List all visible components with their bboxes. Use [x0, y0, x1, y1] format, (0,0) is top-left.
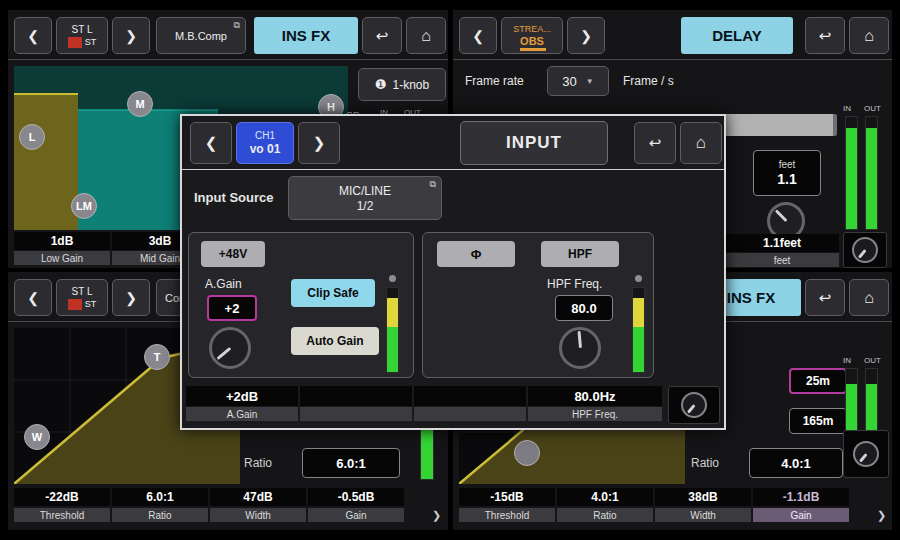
footer-label-cell: Threshold: [459, 508, 555, 522]
channel-select-button[interactable]: ST L ST: [56, 17, 108, 54]
back-button[interactable]: ↩: [805, 279, 845, 316]
phantom-48v-button[interactable]: +48V: [201, 241, 265, 267]
back-button[interactable]: ↩: [362, 17, 402, 54]
band-marker-lowmid[interactable]: LM: [71, 193, 97, 219]
next-channel-button[interactable]: ❯: [567, 17, 605, 54]
dropdown-arrow-icon: ▼: [586, 77, 594, 86]
home-button[interactable]: ⌂: [849, 279, 889, 316]
chevron-left-icon: ❮: [27, 290, 39, 306]
footer-value-cell[interactable]: -22dB: [14, 488, 110, 506]
touch-knob-icon: [853, 441, 879, 467]
delay-unit-label: feet: [779, 159, 796, 170]
footer-value-cell-gain[interactable]: -1.1dB: [753, 488, 849, 506]
back-button[interactable]: ↩: [805, 17, 845, 54]
touch-knob-cell[interactable]: [668, 386, 720, 424]
frame-rate-value: 30: [562, 74, 576, 89]
channel-select-button[interactable]: CH1 vo 01: [236, 122, 294, 164]
footer-value-cell[interactable]: [300, 386, 412, 406]
prev-channel-button[interactable]: ❮: [190, 122, 232, 164]
prev-channel-button[interactable]: ❮: [14, 279, 52, 316]
hpf-button[interactable]: HPF: [541, 241, 619, 267]
home-icon: ⌂: [696, 133, 706, 153]
ratio-value: 6.0:1: [336, 456, 366, 471]
channel-select-button[interactable]: ST L ST: [56, 279, 108, 316]
threshold-marker[interactable]: T: [144, 344, 170, 370]
input-settings-dialog: ❮ CH1 vo 01 ❯ INPUT ↩ ⌂ Input Source MIC…: [180, 114, 726, 430]
channel-sub-label: ST: [85, 299, 97, 309]
frame-rate-label: Frame rate: [465, 74, 524, 88]
back-button[interactable]: ↩: [634, 122, 676, 164]
hpf-freq-knob[interactable]: [559, 327, 601, 369]
footer-value-cell[interactable]: 47dB: [210, 488, 306, 506]
out-meter: [865, 116, 878, 230]
screen-title: INS FX: [254, 17, 358, 54]
prev-channel-button[interactable]: ❮: [459, 17, 497, 54]
footer-value-cell[interactable]: -0.5dB: [308, 488, 404, 506]
footer-value-cell[interactable]: +2dB: [186, 386, 298, 406]
footer-value-cell[interactable]: 6.0:1: [112, 488, 208, 506]
ratio-value-box[interactable]: 6.0:1: [302, 448, 400, 478]
band-marker-mid[interactable]: M: [127, 91, 153, 117]
footer-more-chevron[interactable]: ❯: [877, 509, 886, 522]
knob-pointer: [857, 249, 866, 259]
touch-knob-cell[interactable]: [843, 232, 887, 268]
clip-safe-button[interactable]: Clip Safe: [291, 279, 375, 307]
auto-gain-label: Auto Gain: [306, 334, 363, 348]
footer-labels-row: A.Gain HPF Freq.: [186, 407, 662, 421]
copy-icon: ⧉: [234, 20, 240, 31]
one-knob-icon: ❶: [375, 77, 387, 92]
param-value-box[interactable]: 165m: [789, 408, 847, 434]
width-marker[interactable]: W: [24, 424, 50, 450]
again-value-box[interactable]: +2: [207, 295, 257, 321]
again-knob[interactable]: [209, 327, 251, 369]
delay-value: 1.1: [777, 171, 796, 187]
screen-title: DELAY: [681, 17, 793, 54]
channel-name: CH1: [255, 130, 275, 141]
hpf-freq-value-box[interactable]: 80.0: [555, 295, 613, 321]
hpf-freq-label: HPF Freq.: [547, 277, 602, 291]
delay-value-box[interactable]: feet 1.1: [753, 150, 821, 196]
param-value-box-selected[interactable]: 25m: [789, 368, 847, 394]
phase-label: Φ: [471, 247, 482, 262]
next-channel-button[interactable]: ❯: [298, 122, 340, 164]
footer-label-cell: [414, 407, 526, 421]
footer-label-cell: A.Gain: [186, 407, 298, 421]
footer-values-row: 1.1feet: [725, 234, 839, 252]
footer-value-cell[interactable]: 80.0Hz: [528, 386, 662, 406]
phase-button[interactable]: Φ: [437, 241, 515, 267]
footer-value-cell[interactable]: 1dB: [14, 232, 110, 250]
curve-marker[interactable]: [514, 440, 540, 466]
footer-value-cell[interactable]: [414, 386, 526, 406]
footer-value-cell[interactable]: 38dB: [655, 488, 751, 506]
one-knob-button[interactable]: ❶ 1-knob: [358, 68, 446, 101]
hpf-label: HPF: [568, 247, 592, 261]
band-marker-low[interactable]: L: [19, 124, 45, 150]
channel-name: STREA...: [513, 24, 551, 34]
next-channel-button[interactable]: ❯: [112, 17, 150, 54]
footer-more-chevron[interactable]: ❯: [432, 509, 441, 522]
prev-channel-button[interactable]: ❮: [14, 17, 52, 54]
footer-value-cell[interactable]: -15dB: [459, 488, 555, 506]
footer-value-cell[interactable]: 1.1feet: [725, 234, 839, 252]
next-channel-button[interactable]: ❯: [112, 279, 150, 316]
again-label: A.Gain: [205, 277, 242, 291]
auto-gain-button[interactable]: Auto Gain: [291, 327, 379, 355]
fx-tab-label: M.B.Comp: [175, 30, 227, 42]
band-marker-high-label: H: [327, 101, 335, 113]
home-button[interactable]: ⌂: [680, 122, 722, 164]
touch-knob-cell[interactable]: [843, 430, 889, 478]
ratio-value-box[interactable]: 4.0:1: [749, 448, 843, 478]
footer-value-cell[interactable]: 4.0:1: [557, 488, 653, 506]
home-button[interactable]: ⌂: [849, 17, 889, 54]
fx-tab-mbcomp[interactable]: M.B.Comp ⧉: [156, 17, 246, 54]
knob-pointer: [686, 404, 695, 414]
width-marker-label: W: [32, 431, 42, 443]
frame-rate-dropdown[interactable]: 30 ▼: [547, 66, 609, 96]
one-knob-label: 1-knob: [392, 78, 429, 92]
channel-select-button[interactable]: STREA... OBS: [501, 17, 563, 54]
input-source-label: Input Source: [194, 190, 273, 205]
input-source-button[interactable]: MIC/LINE 1/2 ⧉: [288, 176, 442, 220]
home-button[interactable]: ⌂: [406, 17, 446, 54]
param-value: 165m: [803, 414, 834, 428]
out-meter-label: OUT: [864, 104, 881, 113]
